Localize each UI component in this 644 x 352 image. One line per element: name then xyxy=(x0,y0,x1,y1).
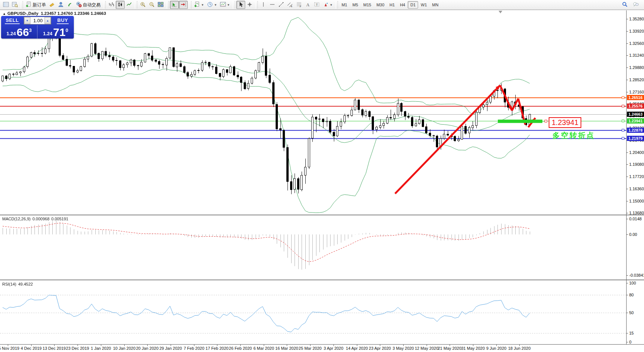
community-button[interactable] xyxy=(56,1,65,9)
market-watch-icon xyxy=(3,1,9,9)
timeframe-d1-button[interactable]: D1 xyxy=(408,1,418,9)
price-line-tag[interactable]: 1.21979 xyxy=(627,136,644,141)
timeframe-h1-button[interactable]: H1 xyxy=(387,1,397,9)
trendline-icon xyxy=(278,1,284,9)
price-axis-tick-label: 1.20400 xyxy=(629,150,644,155)
text-label-button[interactable]: T xyxy=(312,1,321,9)
chevron-down-icon[interactable]: ▼ xyxy=(201,3,204,7)
buy-button[interactable]: BUY xyxy=(52,16,74,25)
new-order-button[interactable]: 新订单 xyxy=(24,1,47,9)
megaphone-icon xyxy=(49,1,55,9)
chart-title: ▲GBPUSD-,Daily 1.23457 1.24760 1.23346 1… xyxy=(3,11,106,16)
chart-window[interactable]: ▲GBPUSD-,Daily 1.23457 1.24760 1.23346 1… xyxy=(0,10,644,352)
rsi-pane-canvas[interactable] xyxy=(0,281,626,344)
trendline-button[interactable] xyxy=(277,1,286,9)
macd-axis-tick-label: 0.00 xyxy=(629,232,637,237)
text-icon: A xyxy=(305,1,311,9)
crosshair-button[interactable] xyxy=(245,1,254,9)
price-axis-tick xyxy=(626,189,628,189)
timeframe-m1-button[interactable]: M1 xyxy=(339,1,350,9)
auto-trading-button[interactable]: 自动交易 xyxy=(74,1,102,9)
price-callout-label[interactable]: 1.23941 xyxy=(549,117,581,128)
pane-separator[interactable] xyxy=(0,279,644,280)
price-chart-canvas[interactable] xyxy=(0,10,626,214)
auto-scroll-icon xyxy=(171,1,177,9)
vline-icon xyxy=(260,1,266,9)
sell-price[interactable]: 1.24 66 3 xyxy=(1,25,37,39)
pane-separator[interactable] xyxy=(0,214,644,216)
timeframe-m15-button[interactable]: M15 xyxy=(361,1,374,9)
volume-increase-button[interactable]: ▲ xyxy=(45,17,51,24)
vertical-line-button[interactable] xyxy=(259,1,268,9)
bar-chart-mode-button[interactable] xyxy=(107,1,116,9)
chat-button[interactable] xyxy=(631,1,640,9)
timeframe-m5-button[interactable]: M5 xyxy=(350,1,361,9)
price-axis-tick xyxy=(626,92,628,92)
volume-decrease-button[interactable]: ▼ xyxy=(24,17,30,24)
price-line-tag[interactable]: 1.25576 xyxy=(627,103,644,109)
sell-button[interactable]: SELL xyxy=(1,16,23,25)
channel-icon: E xyxy=(287,1,293,9)
periods-button[interactable]: ▼ xyxy=(206,1,218,9)
arrows-icon xyxy=(323,1,329,9)
price-axis-tick-label: 1.27160 xyxy=(629,90,644,94)
line-chart-mode-button[interactable] xyxy=(125,1,134,9)
text-button[interactable]: A xyxy=(303,1,312,9)
chart-shift-marker[interactable] xyxy=(499,11,502,13)
chart-shift-button[interactable] xyxy=(179,1,188,9)
price-line-tag[interactable]: 1.22878 xyxy=(627,128,644,133)
templates-button[interactable]: ▼ xyxy=(218,1,231,9)
turning-point-note[interactable]: 多空转折点 xyxy=(552,131,595,141)
chevron-down-icon[interactable]: ▼ xyxy=(330,3,333,7)
volume-input[interactable]: 1.00 xyxy=(30,17,45,24)
horizontal-line-button[interactable] xyxy=(268,1,277,9)
tile-windows-button[interactable] xyxy=(156,1,165,9)
one-click-collapse-icon[interactable]: ▲ xyxy=(3,12,6,16)
search-button[interactable] xyxy=(620,1,629,9)
price-axis-tick-label: 1.35280 xyxy=(629,17,644,21)
indicators-button[interactable]: ▼ xyxy=(193,1,206,9)
fibonacci-button[interactable]: F xyxy=(295,1,303,9)
timeframe-w1-button[interactable]: W1 xyxy=(418,1,430,9)
arrows-button[interactable]: ▼ xyxy=(321,1,334,9)
timeframe-h4-button[interactable]: H4 xyxy=(397,1,408,9)
svg-text:T: T xyxy=(316,3,318,6)
toolbar-separator xyxy=(103,1,106,9)
date-axis-label: 3 Apr 2020 xyxy=(323,346,343,351)
equidistant-channel-button[interactable]: E xyxy=(286,1,295,9)
date-axis-label: 6 Mar 2020 xyxy=(253,346,274,351)
price-axis-tick-label: 1.15000 xyxy=(629,199,644,203)
timeframe-mn-button[interactable]: MN xyxy=(430,1,441,9)
date-axis-label: 13 Dec 2019 xyxy=(43,346,66,351)
rsi-axis-tick-label: 0 xyxy=(629,340,631,344)
date-axis-label: 4 Dec 2019 xyxy=(21,346,42,351)
data-window-button[interactable] xyxy=(10,1,19,9)
zoom-out-button[interactable] xyxy=(147,1,156,9)
macd-axis-tick-label: 0.0148 xyxy=(629,217,642,221)
chevron-down-icon[interactable]: ▼ xyxy=(227,3,230,7)
toolbar-separator xyxy=(166,1,169,9)
notification-button[interactable] xyxy=(47,1,56,9)
date-axis-label: 25 Mar 2020 xyxy=(299,346,322,351)
zoom-in-button[interactable] xyxy=(138,1,147,9)
timeframe-m30-button[interactable]: M30 xyxy=(374,1,387,9)
toolbar-separator xyxy=(189,1,191,9)
toolbar-separator xyxy=(255,1,258,9)
search-icon xyxy=(622,1,628,9)
candle-chart-mode-button[interactable] xyxy=(116,1,125,9)
price-axis-tick-label: 1.16360 xyxy=(629,187,644,191)
buy-price[interactable]: 1.24 71 0 xyxy=(37,25,74,39)
date-axis-label: 21 May 2020 xyxy=(438,346,461,351)
macd-pane-canvas[interactable] xyxy=(0,216,626,279)
signals-button[interactable] xyxy=(65,1,74,9)
market-watch-button[interactable] xyxy=(1,1,10,9)
price-line-tag[interactable]: 1.26516 xyxy=(627,95,644,100)
price-axis-tick-label: 1.33920 xyxy=(629,29,644,33)
new-order-icon xyxy=(26,1,32,9)
price-line-tag[interactable]: 1.23941 xyxy=(627,118,644,124)
chevron-down-icon[interactable]: ▼ xyxy=(214,3,217,7)
cursor-button[interactable] xyxy=(236,1,245,9)
date-axis-label: 31 May 2020 xyxy=(461,346,485,351)
price-axis-tick xyxy=(626,55,628,56)
auto-scroll-button[interactable] xyxy=(170,1,179,9)
